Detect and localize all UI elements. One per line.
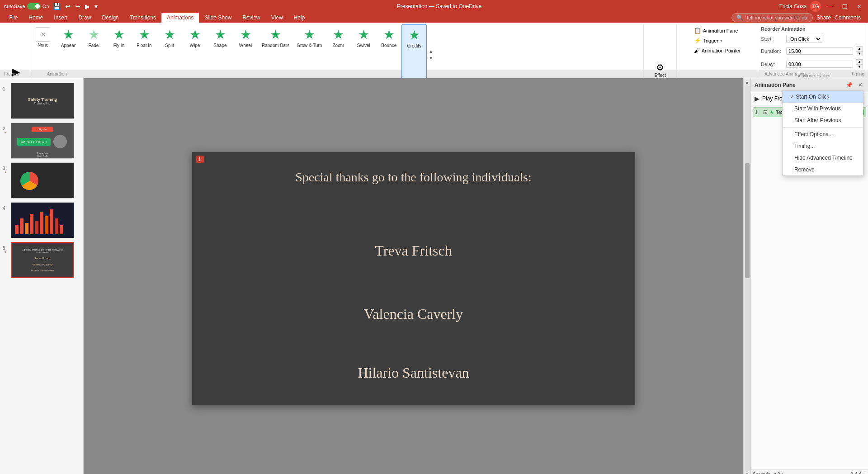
context-menu-timing[interactable]: Timing... [783,140,863,152]
minimize-button[interactable]: — [825,2,836,11]
animation-pane: Animation Pane 📌 ✕ ▶ Play From 1 ☑ ★ Tex… [750,78,868,474]
comments-button[interactable]: Comments [835,14,861,21]
bar2 [20,218,24,234]
slide-num-3-container: 3 * [3,162,8,176]
slide-name-treva[interactable]: Treva Fritsch [192,242,635,259]
vertical-scrollbar[interactable]: ▲ ▼ [743,78,750,474]
slide-num-1: 1 [3,86,8,91]
delay-up[interactable]: ▲ [856,59,863,64]
duration-label: Duration: [761,48,783,54]
anim-split[interactable]: ★ Split [157,24,182,85]
duration-up[interactable]: ▲ [856,46,863,51]
anim-swivel[interactable]: ★ Swivel [351,24,376,85]
autosave-toggle[interactable]: AutoSave On [4,3,49,9]
wheel-label: Wheel [239,43,252,48]
slide-thumb-2[interactable]: 2 * Sign In SAFETY FIRST! Phone SafeWork… [2,122,81,160]
slide-img-4 [11,202,74,238]
delay-input[interactable] [786,61,853,68]
trigger-button[interactable]: ⚡ Trigger ▾ [692,36,743,45]
anim-bounce[interactable]: ★ Bounce [376,24,401,85]
context-menu-hide-advanced[interactable]: Hide Advanced Timeline [783,152,863,164]
slide3-circle [20,172,38,190]
anim-wheel[interactable]: ★ Wheel [233,24,258,85]
context-menu-remove[interactable]: Remove [783,164,863,175]
pane-title: Animation Pane [755,82,796,88]
present-button[interactable]: ▶ [84,2,91,11]
duration-row: Duration: ▲ ▼ [761,46,863,56]
anim-fly-in[interactable]: ★ Fly In [106,24,132,85]
tab-home[interactable]: Home [23,13,48,23]
swivel-icon: ★ [358,27,369,42]
save-button[interactable]: 💾 [52,2,62,11]
slide-heading[interactable]: Special thanks go to the following indiv… [192,161,635,194]
anim-credits[interactable]: ★ Credits [401,24,427,85]
appear-label: Appear [61,43,75,48]
slide5-heading: Special thanks go to the following indiv… [15,248,70,254]
scroll-down[interactable]: ▼ [743,470,750,474]
toggle-dot [35,4,40,9]
tab-animations[interactable]: Animations [161,13,199,23]
scroll-thumb-v [745,163,750,279]
tab-draw[interactable]: Draw [73,13,96,23]
slide-canvas: 1 Special thanks go to the following ind… [192,152,635,405]
bar5 [35,221,38,234]
autosave-toggle-pill[interactable] [27,3,41,9]
title-bar-right: Tricia Goss TG — ❐ ✕ [779,1,864,12]
grow-turn-label: Grow & Turn [297,43,322,48]
credits-label: Credits [407,43,421,48]
slide-thumb-1[interactable]: 1 Safety Training Training Inc. [2,82,81,120]
close-button[interactable]: ✕ [854,2,864,11]
animation-painter-button[interactable]: 🖌 Animation Painter [692,46,743,55]
tab-view[interactable]: View [266,13,288,23]
timeline-prev[interactable]: ◀ [772,472,776,474]
restore-button[interactable]: ❐ [840,2,850,11]
tab-insert[interactable]: Insert [48,13,73,23]
slide-name-valencia[interactable]: Valencia Caverly [192,306,635,322]
search-box[interactable]: 🔍 Tell me what you want to do [731,13,813,22]
slide-thumb-5[interactable]: 5 * Special thanks go to the following i… [2,241,81,279]
anim-fade[interactable]: ★ Fade [81,24,106,85]
anim-random-bars[interactable]: ★ Random Bars [258,24,293,85]
context-menu-start-after-previous[interactable]: Start After Previous [783,114,863,126]
scroll-track-v [745,86,750,470]
more-button[interactable]: ▾ [93,2,99,11]
slide-num-2-container: 2 * [3,123,8,136]
undo-button[interactable]: ↩ [64,2,72,11]
slide-thumb-3[interactable]: 3 * [2,161,81,199]
redo-button[interactable]: ↪ [74,2,82,11]
context-menu-effect-options[interactable]: Effect Options... [783,128,863,140]
scroll-down-arrow[interactable]: ▼ [428,55,434,62]
anim-shape[interactable]: ★ Shape [208,24,233,85]
animation-pane-button[interactable]: 📋 Animation Pane [692,26,743,35]
tab-slideshow[interactable]: Slide Show [199,13,237,23]
context-menu-start-on-click[interactable]: ✓ Start On Click [783,91,863,103]
slide5-name3: Hilario Santistevan [31,269,54,272]
slide-img-1: Safety Training Training Inc. [11,83,74,119]
tab-help[interactable]: Help [288,13,311,23]
start-with-previous-label: Start With Previous [790,105,841,112]
pane-close-button[interactable]: ✕ [856,81,864,89]
pane-pin-button[interactable]: 📌 [844,81,854,89]
play-icon: ▶ [755,95,760,102]
slide1-sub: Training Inc. [34,102,51,105]
wheel-icon: ★ [240,27,251,42]
scroll-up[interactable]: ▲ [743,78,750,86]
tab-transitions[interactable]: Transitions [124,13,161,23]
delay-down[interactable]: ▼ [856,64,863,69]
anim-float-in[interactable]: ★ Float In [132,24,157,85]
slide-name-hilario[interactable]: Hilario Santistevan [192,365,635,381]
duration-down[interactable]: ▼ [856,51,863,56]
slide-thumb-4[interactable]: 4 [2,201,81,239]
start-dropdown[interactable]: On Click [786,35,822,43]
anim-grow-turn[interactable]: ★ Grow & Turn [293,24,326,85]
context-menu-start-with-previous[interactable]: Start With Previous [783,103,863,114]
duration-input[interactable] [786,47,853,55]
tab-file[interactable]: File [4,13,23,23]
quick-access-toolbar: 💾 ↩ ↪ ▶ ▾ [52,2,99,11]
tab-review[interactable]: Review [237,13,265,23]
anim-zoom[interactable]: ★ Zoom [326,24,351,85]
anim-wipe[interactable]: ★ Wipe [182,24,208,85]
share-button[interactable]: Share [816,14,831,21]
scroll-up-arrow[interactable]: ▲ [428,48,434,55]
tab-design[interactable]: Design [96,13,124,23]
